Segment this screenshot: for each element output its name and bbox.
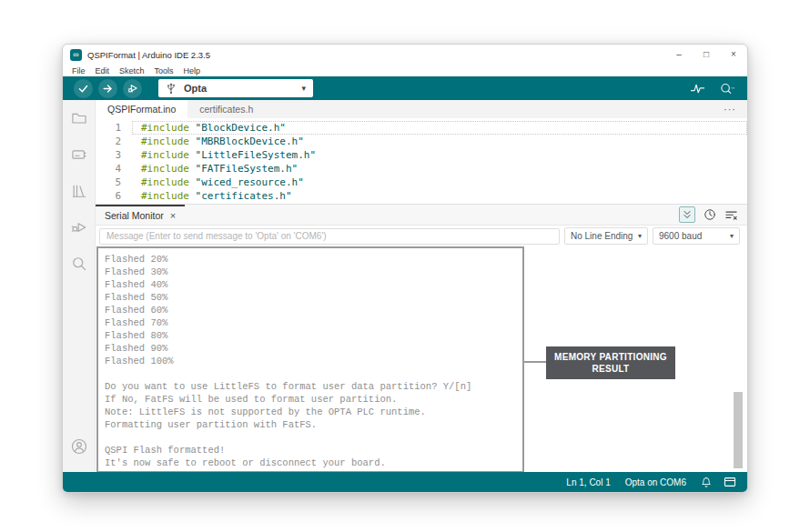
serial-output-line: QSPI Flash formatted! <box>105 444 747 457</box>
serial-monitor-panel: Serial Monitor × <box>96 204 747 472</box>
line-number: 4 <box>96 162 132 176</box>
tab-label: certificates.h <box>199 104 253 115</box>
board-selector-dropdown[interactable]: Opta ▾ <box>158 79 313 97</box>
serial-output-line: Flashed 90% <box>105 342 747 355</box>
sidebar-item-account[interactable] <box>63 428 95 465</box>
close-button[interactable]: × <box>720 45 747 65</box>
arduino-ide-window: ∞ QSPIFormat | Arduino IDE 2.3.5 – □ × F… <box>62 44 748 493</box>
code-line[interactable]: 5#include "wiced_resource.h" <box>96 176 747 189</box>
chevron-down-icon: ▾ <box>730 232 734 240</box>
timestamp-toggle[interactable] <box>704 208 716 221</box>
tab-qspiformat-ino[interactable]: QSPIFormat.ino <box>96 100 187 118</box>
line-number: 5 <box>96 176 132 189</box>
serial-output-line: Flashed 40% <box>105 278 747 291</box>
menu-tools[interactable]: Tools <box>155 66 174 75</box>
serial-output-line: Flashed 20% <box>105 253 747 266</box>
verify-button[interactable] <box>74 79 93 98</box>
serial-output-line <box>105 431 747 444</box>
serial-output-line: Flashed 30% <box>105 266 747 278</box>
upload-button[interactable] <box>98 79 117 98</box>
more-actions-button[interactable]: ··· <box>724 100 747 118</box>
code-line-content[interactable]: #include "MBRBlockDevice.h" <box>132 135 747 148</box>
code-line-content[interactable]: #include "wiced_resource.h" <box>132 176 747 189</box>
bug-debug-icon <box>70 218 88 236</box>
arrow-right-icon <box>102 83 114 95</box>
maximize-button[interactable]: □ <box>693 45 720 65</box>
sidebar-item-boards-manager[interactable] <box>63 136 95 173</box>
serial-output-line: If No, FatFS will be used to format user… <box>105 393 747 406</box>
notifications-bell-icon[interactable] <box>701 477 712 488</box>
code-line[interactable]: 4#include "FATFileSystem.h" <box>96 162 747 176</box>
serial-output-line: Flashed 100% <box>105 355 747 367</box>
menu-file[interactable]: File <box>72 66 86 75</box>
code-line[interactable]: 1#include "BlockDevice.h" <box>96 121 747 135</box>
chevron-down-icon: ▾ <box>638 232 642 240</box>
serial-output-line <box>105 367 747 380</box>
serial-output-line: Flashed 60% <box>105 304 747 316</box>
menu-bar: File Edit Sketch Tools Help <box>63 65 747 76</box>
content-area: QSPIFormat.ino certificates.h ··· 1#incl… <box>96 100 747 472</box>
sidebar-item-search[interactable] <box>63 246 95 282</box>
sidebar-item-sketchbook[interactable] <box>63 100 95 136</box>
baud-rate-value: 9600 baud <box>659 231 702 241</box>
toggle-panel-icon[interactable] <box>724 477 736 487</box>
baud-rate-dropdown[interactable]: 9600 baud ▾ <box>653 227 740 245</box>
titlebar: ∞ QSPIFormat | Arduino IDE 2.3.5 – □ × <box>63 45 747 65</box>
arduino-logo-icon: ∞ <box>70 49 82 61</box>
line-ending-dropdown[interactable]: No Line Ending ▾ <box>564 227 648 245</box>
serial-monitor-tab[interactable]: Serial Monitor × <box>96 205 185 225</box>
line-number: 3 <box>96 148 132 162</box>
code-line-content[interactable]: #include "LittleFileSystem.h" <box>132 148 747 162</box>
code-editor[interactable]: 1#include "BlockDevice.h"2#include "MBRB… <box>96 118 747 204</box>
ellipsis-icon: ··· <box>724 104 736 115</box>
search-icon <box>70 255 88 273</box>
code-line-content[interactable]: #include "FATFileSystem.h" <box>132 162 747 176</box>
main-area: QSPIFormat.ino certificates.h ··· 1#incl… <box>63 100 747 472</box>
menu-help[interactable]: Help <box>184 66 201 75</box>
serial-output-line: Note: LittleFS is not supported by the O… <box>105 406 747 418</box>
tab-certificates-h[interactable]: certificates.h <box>187 100 265 118</box>
code-line-content[interactable]: #include "BlockDevice.h" <box>132 121 747 135</box>
tab-label: QSPIFormat.ino <box>107 104 176 115</box>
serial-output-line: Flashed 50% <box>105 291 747 304</box>
code-line[interactable]: 6#include "certificates.h" <box>96 189 747 203</box>
sidebar-item-library-manager[interactable] <box>63 173 95 209</box>
sidebar-item-debug[interactable] <box>63 209 95 246</box>
scrollbar-thumb[interactable] <box>734 392 743 468</box>
board-selector-label: Opta <box>184 83 207 94</box>
serial-output-line: Flashed 70% <box>105 316 747 329</box>
chevron-down-icon: ▾ <box>301 84 306 93</box>
code-line-content[interactable]: #include "certificates.h" <box>132 189 747 203</box>
menu-edit[interactable]: Edit <box>96 66 110 75</box>
window-title: QSPIFormat | Arduino IDE 2.3.5 <box>87 50 210 60</box>
serial-message-input[interactable] <box>99 228 560 245</box>
debug-button[interactable] <box>123 79 142 98</box>
autoscroll-toggle[interactable] <box>679 206 695 223</box>
folder-icon <box>70 109 88 127</box>
serial-input-row: No Line Ending ▾ 9600 baud ▾ <box>96 226 747 246</box>
serial-monitor-icon[interactable] <box>719 82 734 95</box>
serial-plotter-icon[interactable] <box>690 82 705 95</box>
editor-tabbar: QSPIFormat.ino certificates.h ··· <box>96 100 747 118</box>
code-line[interactable]: 2#include "MBRBlockDevice.h" <box>96 135 747 148</box>
serial-output-line: Formatting user partition with FatFS. <box>105 418 747 431</box>
usb-icon <box>166 82 177 95</box>
serial-output-text: Flashed 20%Flashed 30%Flashed 40%Flashed… <box>105 253 747 469</box>
line-number: 1 <box>96 121 132 135</box>
close-icon[interactable]: × <box>170 210 176 221</box>
serial-monitor-tabbar: Serial Monitor × <box>96 205 747 226</box>
minimize-button[interactable]: – <box>665 45 693 65</box>
serial-monitor-actions <box>679 205 747 225</box>
code-line[interactable]: 3#include "LittleFileSystem.h" <box>96 148 747 162</box>
activity-sidebar <box>63 100 96 472</box>
toolbar-right <box>690 82 738 95</box>
serial-output-line: It's now safe to reboot or disconnect yo… <box>105 457 747 469</box>
books-icon <box>70 182 88 200</box>
statusbar-icons <box>701 477 736 488</box>
double-chevron-down-icon <box>682 209 693 220</box>
clear-output-button[interactable] <box>724 209 738 221</box>
debug-icon <box>127 82 139 95</box>
page: ∞ QSPIFormat | Arduino IDE 2.3.5 – □ × F… <box>0 0 810 532</box>
serial-monitor-tab-label: Serial Monitor <box>105 210 164 221</box>
menu-sketch[interactable]: Sketch <box>119 66 145 75</box>
